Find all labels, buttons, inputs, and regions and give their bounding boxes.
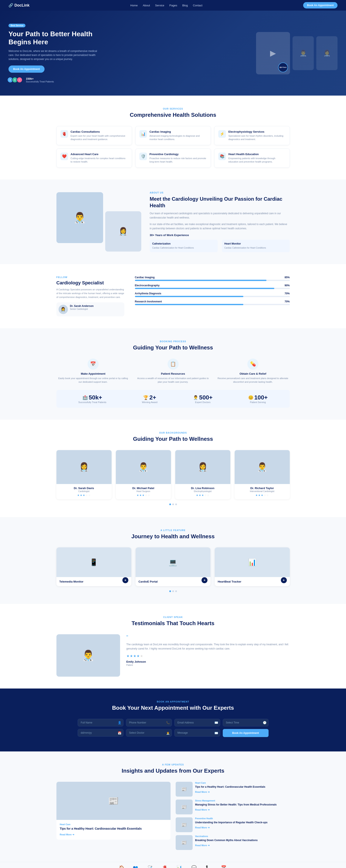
nav-item-pages[interactable]: Pages bbox=[169, 4, 177, 7]
apps-label: A Little Feature bbox=[8, 529, 338, 531]
bottom-icon-item[interactable]: 👥About bbox=[133, 865, 138, 868]
appointment-section: Book An Appointment Book Your Next Appoi… bbox=[0, 688, 346, 751]
team-member-info: Dr. Lisa Robinson Electrophysiologist ★★… bbox=[175, 484, 230, 499]
nav-item-contact[interactable]: Contact bbox=[193, 4, 202, 7]
blog-side-info: Preventive Health Understanding the Impo… bbox=[195, 817, 267, 829]
apt-date-input[interactable] bbox=[78, 729, 123, 737]
blog-side-tag: Vaccinations bbox=[195, 835, 258, 837]
app-plus-button[interactable]: + bbox=[281, 577, 287, 583]
app-plus-button[interactable]: + bbox=[122, 577, 128, 583]
apt-message-input[interactable] bbox=[174, 729, 220, 737]
logo-icon: 🔗 bbox=[8, 3, 13, 8]
testimonial-star: ★ bbox=[126, 654, 129, 658]
team-member-stars: ★★★☆☆ bbox=[237, 494, 287, 497]
apt-fullname-input[interactable] bbox=[78, 719, 123, 726]
apps-title: Journey to Health and Wellness bbox=[8, 533, 338, 540]
blog-side-read-more[interactable]: Read More ➔ bbox=[195, 808, 210, 811]
stat-item: 😊 100+ Patient Serving bbox=[248, 394, 268, 403]
service-title: Cardiac Consultations bbox=[70, 130, 128, 133]
star: ☆ bbox=[204, 494, 207, 497]
blog-side-info: Heart Care Tips for a Healthy Heart: Car… bbox=[195, 782, 265, 794]
nav-item-service[interactable]: Service bbox=[155, 4, 164, 7]
specialist-desc: A Cardiology Specialist possesses an unp… bbox=[56, 288, 124, 299]
testimonial-image: 👨‍⚕️ bbox=[56, 634, 120, 677]
blog-section: A Few Updates Insights and Updates from … bbox=[0, 751, 346, 862]
specialist-section: Fellow Cardiology Specialist A Cardiolog… bbox=[0, 264, 346, 328]
team-member-info: Dr. Sarah Davis Cardiologist ★★★☆☆ bbox=[56, 484, 112, 499]
bottom-icon-item[interactable]: 🏠Home bbox=[119, 865, 124, 868]
bottom-icon-item[interactable]: 🫀Heart bbox=[162, 865, 168, 868]
nav-item-blog[interactable]: Blog bbox=[182, 4, 188, 7]
skill-bar: Arrhythmia Diagnosis 70% bbox=[135, 292, 290, 297]
stat-item: 🏥 50k+ Successfully Treat Patients bbox=[78, 394, 106, 403]
blog-main-tag: Heart Care bbox=[60, 823, 167, 826]
pathway-desc: Easily book your appointment through our… bbox=[56, 377, 130, 383]
skill-bar: Research Involvement 70% bbox=[135, 300, 290, 305]
stat-icon: 🏆 bbox=[143, 395, 148, 400]
blog-side-read-more[interactable]: Read More ➔ bbox=[195, 790, 210, 794]
skill-bar-track bbox=[135, 288, 290, 289]
blog-side-image: 📰 bbox=[176, 835, 193, 850]
app-plus-button[interactable]: + bbox=[202, 577, 207, 583]
blog-side-title: Breaking Down Common Myths About Vaccina… bbox=[195, 839, 258, 842]
blog-side-item: 📰 Preventive Health Understanding the Im… bbox=[176, 817, 290, 832]
pathway-title: Obtain Care & Relief bbox=[216, 372, 290, 375]
star: ★ bbox=[83, 494, 85, 497]
pathway-card: 💊 Obtain Care & Relief Receive personali… bbox=[216, 359, 290, 383]
bottom-icon: 📅 bbox=[221, 865, 226, 868]
message-icon: ✉️ bbox=[214, 731, 218, 735]
hero-side-image: 👨‍⚕️ bbox=[292, 36, 314, 70]
apt-phone-input[interactable] bbox=[126, 719, 172, 726]
site-logo: 🔗 DocLink bbox=[8, 3, 29, 8]
stat-label: Expert Doctors bbox=[193, 401, 212, 403]
experience-badge: 30+Years bbox=[278, 63, 288, 72]
appointment-form: 👤 📞 ✉️ 🕐 📅 👨‍⚕️ bbox=[78, 719, 268, 737]
service-icon: 🫀 bbox=[60, 130, 68, 138]
about-item: CatheterizationCardiac Catheterization f… bbox=[150, 240, 218, 252]
service-desc: Empowering patients with knowledge throu… bbox=[228, 157, 286, 164]
blog-side-read-more[interactable]: Read More ➔ bbox=[195, 844, 210, 847]
skill-name: Electrocardiography bbox=[135, 284, 160, 287]
bottom-icon-item[interactable]: 🩺Services bbox=[147, 865, 154, 868]
star: ☆ bbox=[264, 494, 266, 497]
skill-bar-track bbox=[135, 304, 290, 305]
app-title: CardioE Portal bbox=[139, 580, 207, 583]
stat-number: 😊 100+ bbox=[248, 394, 268, 401]
header-cta-button[interactable]: Book An Appointment bbox=[303, 2, 338, 8]
blog-side-image: 📰 bbox=[176, 817, 193, 832]
star: ★ bbox=[139, 494, 142, 497]
service-title: Heart Health Education bbox=[228, 153, 286, 156]
bottom-icon-item[interactable]: 📅Booking bbox=[220, 865, 227, 868]
about-wrapper: 👨‍⚕️ 👩‍⚕️ About Us Meet the Cardiology U… bbox=[56, 191, 290, 252]
bottom-icon: 📞 bbox=[206, 865, 211, 868]
nav-item-home[interactable]: Home bbox=[130, 4, 138, 7]
app-info: CardioE Portal bbox=[136, 577, 210, 586]
bottom-icon: 💬 bbox=[191, 865, 197, 868]
bottom-icon-item[interactable]: 📊Reports bbox=[176, 865, 183, 868]
doctor-avatar: 👩‍⚕️ bbox=[59, 305, 68, 314]
blog-side-tag: Stress Management bbox=[195, 800, 277, 802]
testimonials-label: Client Speak bbox=[8, 616, 338, 618]
app-card: 📊 HeartBeat Tracker + bbox=[215, 547, 290, 586]
bottom-icon-item[interactable]: 💬Blog bbox=[191, 865, 197, 868]
pathway-card: 📋 Patient Resources Access a wealth of r… bbox=[136, 359, 210, 383]
email-icon: ✉️ bbox=[214, 721, 218, 724]
team-member-name: Dr. Michael Patel bbox=[118, 487, 168, 490]
about-img-1: 👨‍⚕️ bbox=[56, 192, 103, 243]
blog-grid: 📰 Heart Care Tips for a Healthy Heart: C… bbox=[56, 782, 290, 850]
nav-item-about[interactable]: About bbox=[143, 4, 150, 7]
apt-email-input[interactable] bbox=[174, 719, 220, 726]
hero-cta-button[interactable]: Book An Appointment bbox=[8, 65, 45, 73]
apt-doctor-input[interactable] bbox=[126, 729, 172, 737]
testimonial-wrapper: 👨‍⚕️ " The cardiology team at DocLink wa… bbox=[56, 634, 290, 677]
blog-main-read-more[interactable]: Read More ➔ bbox=[60, 833, 74, 836]
blog-side-image: 📰 bbox=[176, 800, 193, 814]
apt-time-input[interactable] bbox=[223, 719, 268, 726]
star: ★ bbox=[199, 494, 201, 497]
service-icon: ❤️ bbox=[60, 153, 68, 160]
pathway-card: 📅 Make Appointment Easily book your appo… bbox=[56, 359, 130, 383]
apt-submit-button[interactable]: Book An Appointment bbox=[223, 729, 268, 737]
bottom-icon-item[interactable]: 📞Contact bbox=[205, 865, 212, 868]
blog-side-read-more[interactable]: Read More ➔ bbox=[195, 826, 210, 829]
apt-label: Book An Appointment bbox=[8, 701, 338, 703]
